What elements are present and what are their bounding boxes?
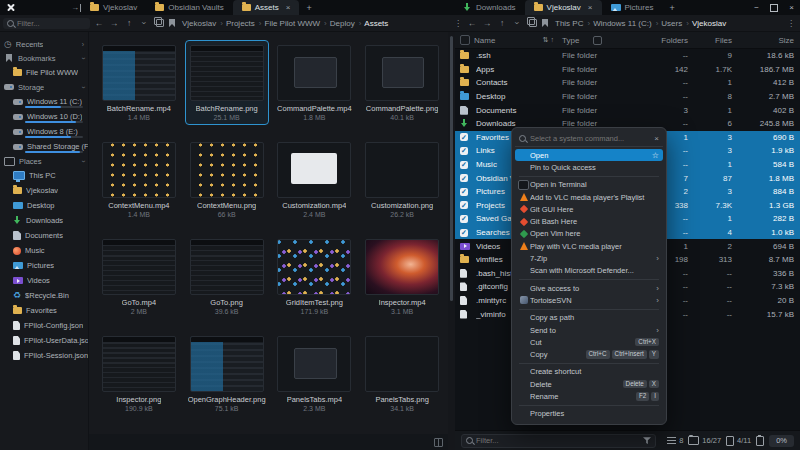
breadcrumb-item[interactable]: › File Pilot WWW — [257, 19, 322, 28]
sidebar-item[interactable]: Vjekoslav — [0, 183, 88, 198]
close-icon[interactable]: × — [654, 134, 659, 143]
up-button[interactable]: ↑ — [123, 18, 135, 28]
grid-item[interactable]: Customization.png 26.2 kB — [360, 137, 444, 222]
sidebar-section-header[interactable]: Storage › — [0, 80, 88, 94]
tab[interactable]: Downloads × — [454, 0, 525, 15]
row-checkbox[interactable]: ✓ — [460, 188, 468, 196]
sidebar-item[interactable]: Windows 8 (E:) — [0, 124, 88, 139]
tab[interactable]: Pictures × — [602, 0, 663, 15]
history-dropdown-icon[interactable]: › — [139, 17, 149, 29]
context-menu-item[interactable]: Copy Ctrl+CCtrl+InsertY ☆ › — [515, 348, 663, 360]
sort-arrow-icon[interactable]: ↑ — [551, 36, 555, 44]
sidebar-filter-input[interactable] — [17, 19, 86, 28]
row-checkbox[interactable]: ✓ — [460, 174, 468, 182]
maximize-button[interactable] — [770, 4, 778, 12]
breadcrumb-item[interactable]: › Windows 11 (C:) — [585, 19, 653, 28]
grid-item[interactable]: Customization.mp4 2.4 MB — [273, 137, 357, 222]
tab[interactable]: Obsidian Vaults × — [146, 0, 232, 15]
context-menu-item[interactable]: Rename F2I ☆ › — [515, 390, 663, 402]
column-header-files[interactable]: Files — [692, 36, 732, 45]
context-menu-item[interactable]: TortoiseSVN ☆ › — [515, 294, 663, 306]
sidebar-item[interactable]: Shared Storage (F:) — [0, 139, 88, 154]
sidebar-item[interactable]: Windows 10 (D:) — [0, 109, 88, 124]
sort-pair-icon[interactable]: ⇅ — [543, 36, 549, 44]
row-checkbox[interactable]: ✓ — [460, 229, 468, 237]
minimize-button[interactable]: − — [748, 3, 765, 12]
sidebar-item[interactable]: FPilot-Config.json — [0, 318, 88, 333]
clipboard-icon[interactable] — [756, 436, 764, 446]
sidebar-item[interactable]: Desktop — [0, 198, 88, 213]
context-menu-item[interactable]: Send to ☆ › — [515, 324, 663, 336]
row-checkbox[interactable]: ✓ — [460, 161, 468, 169]
grid-item[interactable]: BatchRename.mp4 1.4 MB — [97, 40, 181, 125]
sidebar-pin-icon[interactable]: → — [71, 4, 81, 12]
sidebar-item[interactable]: This PC — [0, 168, 88, 183]
context-menu-item[interactable]: Open in Terminal ☆ › — [515, 179, 663, 191]
new-tab-button[interactable]: + — [662, 0, 681, 15]
sidebar-section-header[interactable]: Places › — [0, 154, 88, 168]
grid-item[interactable]: CommandPalette.mp4 1.8 MB — [273, 40, 357, 125]
tab-close-icon[interactable]: × — [286, 3, 291, 12]
file-row[interactable]: ✓ Documents File folder 3 1 402 B — [455, 103, 800, 117]
tab[interactable]: Assets × — [233, 0, 300, 15]
list-filter-input[interactable] — [476, 436, 640, 445]
sidebar-filter-box[interactable] — [3, 18, 90, 29]
scrollbar-thumb[interactable] — [450, 36, 453, 301]
context-menu-item[interactable]: Pin to Quick access ☆ › — [515, 161, 663, 173]
list-filter-box[interactable] — [461, 434, 656, 448]
context-menu-item[interactable]: Open Vim here ☆ › — [515, 228, 663, 240]
context-menu-item[interactable]: Scan with Microsoft Defender... ☆ › — [515, 265, 663, 277]
select-all-checkbox[interactable] — [460, 35, 470, 45]
context-menu-item[interactable]: Copy as path ☆ › — [515, 312, 663, 324]
up-button[interactable]: ↑ — [496, 18, 508, 28]
column-header-folders[interactable]: Folders — [644, 36, 688, 45]
grid-item[interactable]: ContextMenu.mp4 1.4 MB — [97, 137, 181, 222]
context-menu-item[interactable]: Git Bash Here ☆ › — [515, 215, 663, 227]
row-checkbox[interactable]: ✓ — [460, 147, 468, 155]
sidebar-section-header[interactable]: Bookmarks › — [0, 51, 88, 65]
column-header-name[interactable]: Name ⇅ ↑ — [474, 36, 558, 45]
copy-path-icon[interactable] — [529, 19, 537, 27]
back-button[interactable]: ← — [93, 18, 105, 28]
file-row[interactable]: ✓ Desktop File folder -- 8 2.7 MB — [455, 90, 800, 104]
column-header-type[interactable]: Type — [562, 36, 640, 45]
context-menu-item[interactable]: Give access to ☆ › — [515, 282, 663, 294]
context-menu-item[interactable]: Add to VLC media player's Playlist ☆ › — [515, 191, 663, 203]
context-menu-item[interactable]: Git GUI Here ☆ › — [515, 203, 663, 215]
grid-item[interactable]: GoTo.png 39.6 kB — [185, 234, 269, 319]
file-row[interactable]: ✓ Contacts File folder -- 1 412 B — [455, 76, 800, 90]
row-checkbox[interactable]: ✓ — [460, 201, 468, 209]
sidebar-item[interactable]: Favorites — [0, 303, 88, 318]
pane-options-icon[interactable]: ⋮ — [786, 19, 796, 28]
row-checkbox[interactable]: ✓ — [460, 133, 468, 141]
view-options-icon[interactable] — [434, 438, 443, 447]
breadcrumb-item[interactable]: › Projects — [218, 19, 257, 28]
file-row[interactable]: ✓ .ssh File folder -- 9 18.6 kB — [455, 49, 800, 63]
sidebar-item[interactable]: Music — [0, 243, 88, 258]
context-menu-item[interactable]: Create shortcut ☆ › — [515, 366, 663, 378]
forward-button[interactable]: → — [108, 18, 120, 28]
tab[interactable]: Vjekoslav × — [81, 0, 146, 15]
grid-item[interactable]: Inspector.mp4 3.1 MB — [360, 234, 444, 319]
bookmark-icon[interactable] — [169, 19, 175, 27]
context-menu-item[interactable]: Cut Ctrl+X ☆ › — [515, 336, 663, 348]
sidebar-item[interactable]: Downloads — [0, 213, 88, 228]
breadcrumb-item[interactable]: › This PC — [553, 19, 585, 28]
grid-item[interactable]: OpenGraphHeader.png 75.1 kB — [185, 331, 269, 416]
grid-item[interactable]: ContextMenu.png 66 kB — [185, 137, 269, 222]
star-icon[interactable]: ☆ — [652, 151, 659, 160]
grid-item[interactable]: GridItemTest.png 171.9 kB — [273, 234, 357, 319]
grid-item[interactable]: PanelsTabs.mp4 2.3 MB — [273, 331, 357, 416]
back-button[interactable]: ← — [466, 18, 478, 28]
sidebar-item[interactable]: Videos — [0, 273, 88, 288]
tab[interactable]: Vjekoslav × — [525, 0, 602, 15]
grid-item[interactable]: Inspector.png 190.9 kB — [97, 331, 181, 416]
forward-button[interactable]: → — [481, 18, 493, 28]
window-close-button[interactable]: × — [783, 3, 800, 12]
scrollbar[interactable] — [448, 32, 455, 450]
grid-item[interactable]: PanelsTabs.png 34.1 kB — [360, 331, 444, 416]
context-menu-item[interactable]: Open ☆ › — [515, 149, 663, 161]
sidebar-item[interactable]: File Pilot WWW — [0, 65, 88, 80]
bookmark-icon[interactable] — [542, 19, 548, 27]
file-row[interactable]: ✓ Apps File folder 142 1.7K 186.7 MB — [455, 63, 800, 77]
